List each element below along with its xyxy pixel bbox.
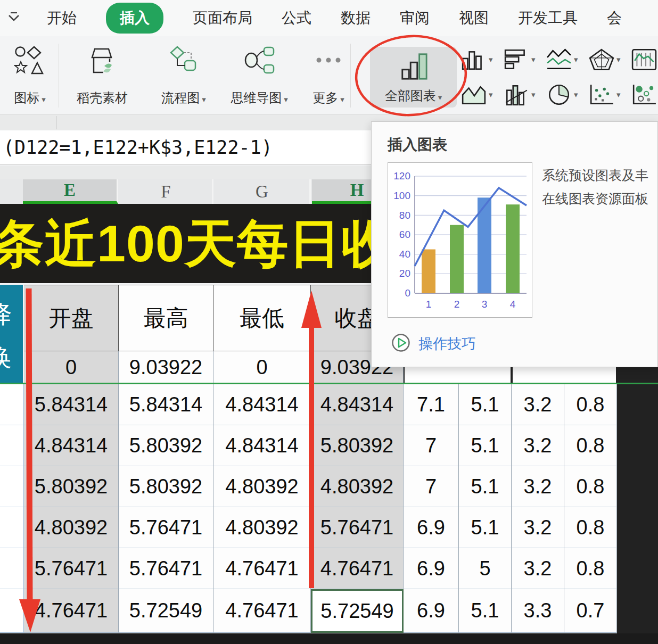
all-charts-button[interactable]: 全部图表▾ bbox=[370, 47, 457, 108]
table-cell[interactable]: 0.8 bbox=[564, 548, 617, 589]
column-header-F[interactable]: F bbox=[120, 179, 213, 204]
rice-shell-assets-button[interactable]: 稻壳素材 bbox=[65, 42, 139, 110]
table-cell[interactable]: 0 bbox=[213, 351, 311, 384]
table-cell[interactable]: 5.80392 bbox=[119, 425, 213, 466]
pie-chart-icon[interactable]: ▾ bbox=[546, 81, 586, 109]
table-cell[interactable]: 0.8 bbox=[564, 507, 617, 548]
combo-chart-icon[interactable]: ▾ bbox=[504, 81, 543, 109]
bar-chart-icon[interactable]: ▾ bbox=[504, 46, 543, 73]
bubble-chart-icon[interactable]: ▾ bbox=[631, 81, 658, 109]
table-cell[interactable]: 4.80392 bbox=[24, 507, 119, 548]
table-cell[interactable]: 5.1 bbox=[459, 466, 512, 507]
tab-page-layout[interactable]: 页面布局 bbox=[193, 8, 252, 28]
table-cell[interactable]: 4.76471 bbox=[213, 589, 311, 633]
table-cell[interactable]: 9.03922 bbox=[119, 351, 213, 384]
tips-link[interactable]: 操作技巧 bbox=[391, 333, 476, 355]
column-header-G[interactable]: G bbox=[215, 179, 311, 204]
row-stub[interactable] bbox=[0, 589, 24, 633]
mindmap-button[interactable]: 思维导图▾ bbox=[219, 42, 299, 110]
row-stub[interactable] bbox=[0, 425, 24, 466]
radar-chart-icon[interactable]: ▾ bbox=[589, 46, 628, 73]
table-cell[interactable]: 5.84314 bbox=[24, 384, 119, 425]
caret-down-icon: ▾ bbox=[489, 90, 493, 100]
table-cell[interactable]: 5.1 bbox=[459, 425, 512, 466]
more-button[interactable]: 更多▾ bbox=[305, 42, 352, 110]
black-filled-column bbox=[617, 367, 658, 633]
table-cell[interactable]: 3.2 bbox=[512, 466, 564, 507]
caret-down-icon: ▾ bbox=[531, 90, 536, 100]
tab-insert[interactable]: 插入 bbox=[106, 3, 163, 34]
table-cell[interactable]: 5.1 bbox=[459, 384, 512, 425]
row-stub[interactable] bbox=[0, 507, 24, 548]
table-cell[interactable]: 5.76471 bbox=[119, 548, 213, 589]
table-cell[interactable]: 0 bbox=[24, 351, 119, 384]
table-cell[interactable]: 5.76471 bbox=[311, 507, 404, 548]
table-cell[interactable]: 5.1 bbox=[459, 507, 512, 548]
table-cell[interactable]: 4.84314 bbox=[213, 384, 311, 425]
table-cell[interactable]: 4.84314 bbox=[311, 384, 404, 425]
table-cell[interactable]: 7 bbox=[404, 425, 459, 466]
table-header-high[interactable]: 最高 bbox=[119, 285, 213, 351]
table-cell[interactable]: 0.8 bbox=[564, 384, 617, 425]
table-cell[interactable]: 4.80392 bbox=[213, 507, 311, 548]
table-cell[interactable]: 5.76471 bbox=[24, 548, 119, 589]
tab-review[interactable]: 审阅 bbox=[400, 8, 430, 28]
flowchart-button[interactable]: 流程图▾ bbox=[152, 42, 215, 110]
side-label-cell[interactable]: 降 换 bbox=[0, 285, 23, 384]
table-cell[interactable]: 7 bbox=[404, 466, 459, 507]
table-cell[interactable]: 6.9 bbox=[404, 548, 459, 589]
table-cell[interactable]: 4.76471 bbox=[311, 548, 404, 589]
table-cell[interactable]: 3.3 bbox=[512, 589, 564, 633]
formula-text[interactable]: (D122=1,E122+K$3,E122-1) bbox=[0, 137, 273, 158]
table-cell[interactable]: 3.2 bbox=[512, 548, 564, 589]
stock-chart-icon[interactable]: ▾ bbox=[631, 46, 658, 73]
table-cell[interactable]: 4.76471 bbox=[213, 548, 311, 589]
table-cell[interactable]: 4.84314 bbox=[213, 425, 311, 466]
table-cell[interactable]: 3.2 bbox=[512, 425, 564, 466]
table-cell[interactable]: 3.2 bbox=[512, 384, 564, 425]
svg-text:20: 20 bbox=[399, 268, 410, 279]
area-chart-icon[interactable]: ▾ bbox=[461, 81, 500, 109]
column-header-E[interactable]: E bbox=[23, 179, 118, 204]
table-cell[interactable]: 0.8 bbox=[564, 425, 617, 466]
svg-text:3: 3 bbox=[482, 299, 488, 310]
tab-data[interactable]: 数据 bbox=[341, 8, 371, 28]
table-cell[interactable]: 7.1 bbox=[404, 384, 459, 425]
table-cell[interactable]: 4.80392 bbox=[311, 466, 404, 507]
caret-down-icon: ▾ bbox=[284, 95, 288, 104]
tab-view[interactable]: 视图 bbox=[459, 8, 489, 28]
tab-clipped[interactable]: 会 bbox=[607, 8, 622, 28]
active-cell[interactable]: 5.72549 bbox=[311, 589, 404, 633]
table-cell[interactable]: 5 bbox=[459, 548, 512, 589]
row-stub[interactable] bbox=[0, 466, 24, 507]
table-cell[interactable]: 4.80392 bbox=[213, 466, 311, 507]
line-chart-icon[interactable]: ▾ bbox=[546, 46, 586, 73]
row-stub[interactable] bbox=[0, 384, 24, 425]
collapse-ribbon-icon[interactable] bbox=[6, 11, 21, 27]
table-cell[interactable]: 0.8 bbox=[564, 466, 617, 507]
icons-button[interactable]: 图标▾ bbox=[5, 42, 54, 110]
table-cell[interactable]: 6.9 bbox=[404, 589, 459, 633]
scatter-chart-icon[interactable]: ▾ bbox=[589, 81, 628, 109]
black-bottom-strip bbox=[0, 633, 658, 644]
tab-home[interactable]: 开始 bbox=[47, 8, 77, 28]
table-cell[interactable]: 5.84314 bbox=[119, 384, 213, 425]
table-cell[interactable]: 6.9 bbox=[404, 507, 459, 548]
table-cell[interactable]: 5.80392 bbox=[24, 466, 119, 507]
table-cell[interactable]: 5.80392 bbox=[119, 466, 213, 507]
tips-link-label[interactable]: 操作技巧 bbox=[418, 334, 476, 353]
table-cell[interactable]: 4.84314 bbox=[24, 425, 119, 466]
table-cell[interactable]: 5.72549 bbox=[119, 589, 213, 633]
table-cell[interactable]: 0.7 bbox=[564, 589, 617, 633]
column-chart-icon[interactable]: ▾ bbox=[461, 46, 500, 73]
table-cell[interactable]: 5.76471 bbox=[119, 507, 213, 548]
row-stub[interactable] bbox=[0, 548, 24, 589]
tab-formulas[interactable]: 公式 bbox=[282, 8, 311, 28]
table-header-open[interactable]: 开盘 bbox=[24, 285, 119, 351]
table-cell[interactable]: 3.2 bbox=[512, 507, 564, 548]
table-cell[interactable]: 5.1 bbox=[459, 589, 512, 633]
table-cell[interactable]: 4.76471 bbox=[24, 589, 119, 633]
table-cell[interactable]: 5.80392 bbox=[311, 425, 404, 466]
tab-developer[interactable]: 开发工具 bbox=[518, 8, 578, 28]
table-header-low[interactable]: 最低 bbox=[213, 285, 311, 351]
